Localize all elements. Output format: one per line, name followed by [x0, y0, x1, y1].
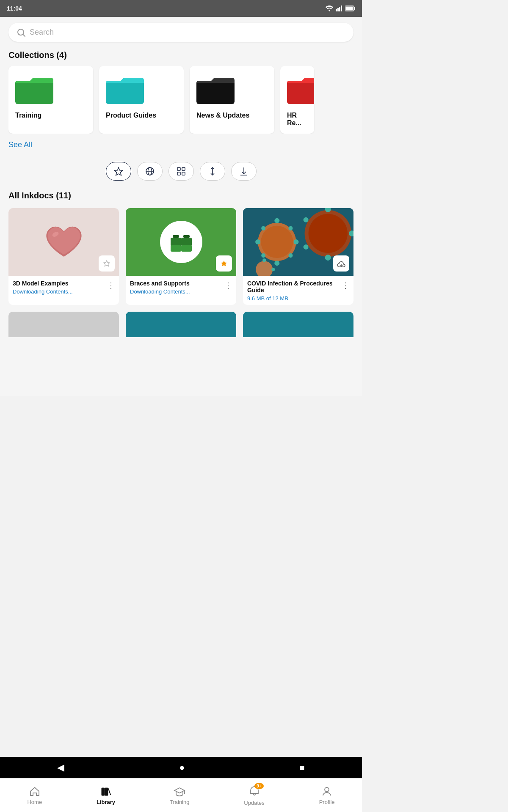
download-icon: [239, 167, 248, 176]
inkdoc-progress-covid: 9.6 MB of 12 MB: [247, 295, 340, 302]
signal-icon: [336, 5, 342, 11]
star-badge-icon: [103, 260, 110, 267]
inkdocs-title: All Inkdocs (11): [8, 191, 353, 200]
filter-download[interactable]: [231, 162, 257, 181]
inkdoc-status-3d: Downloading Contents...: [13, 288, 105, 295]
cloud-download-icon: [337, 260, 346, 267]
battery-icon: [345, 5, 355, 11]
collection-card-hr[interactable]: HR Re...: [280, 66, 314, 134]
svg-point-49: [309, 214, 348, 253]
star-filled-icon: [220, 260, 228, 267]
svg-point-43: [255, 239, 260, 244]
svg-rect-24: [182, 172, 185, 175]
svg-rect-2: [339, 7, 340, 11]
collection-name-product-guides: Product Guides: [106, 112, 177, 119]
inkdocs-grid: 3D Model Examples Downloading Contents..…: [8, 208, 353, 337]
inkdoc-thumb-row2-2: [126, 312, 236, 337]
svg-point-56: [262, 258, 266, 262]
main-content: Search Collections (4) Training Product …: [0, 17, 362, 396]
collections-title: Collections (4): [8, 50, 353, 60]
svg-point-45: [288, 253, 293, 258]
inkdoc-card-row2-3[interactable]: [243, 312, 353, 337]
inkdoc-status-braces: Downloading Contents...: [130, 288, 223, 295]
sort-icon: [208, 167, 217, 176]
grid-icon: [177, 167, 186, 176]
status-bar: 11:04: [0, 0, 362, 17]
svg-rect-30: [171, 238, 181, 246]
svg-point-47: [261, 253, 265, 258]
status-icons: [326, 5, 355, 11]
svg-rect-5: [354, 7, 355, 10]
folder-icon-hr: [287, 74, 314, 104]
svg-rect-33: [181, 245, 192, 252]
svg-marker-17: [114, 167, 122, 176]
search-bar[interactable]: Search: [8, 23, 353, 42]
svg-rect-34: [173, 235, 179, 238]
svg-line-8: [23, 34, 25, 36]
svg-point-40: [274, 218, 279, 223]
svg-rect-22: [182, 167, 185, 170]
inkdoc-badge-3d[interactable]: [99, 255, 115, 272]
collection-name-hr: HR Re...: [287, 112, 307, 127]
search-placeholder: Search: [30, 28, 54, 37]
folder-icon-product-guides: [106, 74, 144, 104]
svg-rect-23: [177, 172, 180, 175]
collection-name-news: News & Updates: [196, 112, 268, 119]
svg-rect-21: [177, 167, 180, 170]
inkdoc-badge-braces[interactable]: [216, 255, 232, 272]
collection-card-product-guides[interactable]: Product Guides: [99, 66, 184, 134]
svg-point-52: [325, 255, 331, 261]
inkdoc-thumb-row2-1: [8, 312, 119, 337]
svg-rect-12: [106, 83, 144, 102]
inkdoc-card-covid[interactable]: COVID Infection & Procedures Guide 9.6 M…: [243, 208, 353, 305]
more-menu-braces[interactable]: ⋮: [223, 281, 232, 290]
collection-card-training[interactable]: Training: [8, 66, 93, 134]
svg-rect-16: [287, 83, 314, 102]
inkdoc-thumb-3d: [8, 208, 119, 276]
folder-icon-training: [15, 74, 53, 104]
filter-row: [8, 162, 353, 181]
inkdoc-card-row2-1[interactable]: [8, 312, 119, 337]
see-all-link[interactable]: See All: [8, 140, 32, 149]
inkdoc-badge-covid[interactable]: [333, 255, 349, 272]
inkdoc-info-covid: COVID Infection & Procedures Guide 9.6 M…: [243, 276, 353, 305]
collection-card-news[interactable]: News & Updates: [190, 66, 274, 134]
inkdoc-card-braces[interactable]: Braces and Supports Downloading Contents…: [126, 208, 236, 305]
collections-row: Training Product Guides News & Updates: [8, 66, 353, 134]
braces-icon: [168, 229, 194, 255]
inkdoc-name-covid: COVID Infection & Procedures Guide: [247, 280, 340, 294]
svg-rect-0: [336, 9, 337, 11]
search-icon: [17, 28, 25, 37]
inkdoc-card-row2-2[interactable]: [126, 312, 236, 337]
svg-marker-36: [221, 261, 227, 266]
svg-marker-29: [104, 261, 110, 266]
more-menu-covid[interactable]: ⋮: [340, 281, 349, 290]
svg-point-39: [261, 226, 293, 258]
inkdoc-name-braces: Braces and Supports: [130, 280, 223, 287]
svg-point-46: [261, 226, 265, 230]
inkdoc-thumb-row2-3: [243, 312, 353, 337]
filter-favorites[interactable]: [106, 162, 131, 181]
svg-rect-14: [196, 83, 235, 102]
svg-point-57: [271, 268, 275, 271]
svg-rect-10: [15, 83, 53, 102]
inkdoc-info-3d: 3D Model Examples Downloading Contents..…: [8, 276, 119, 298]
collection-name-training: Training: [15, 112, 86, 119]
inkdoc-info-braces: Braces and Supports Downloading Contents…: [126, 276, 236, 298]
inkdoc-thumb-braces: [126, 208, 236, 276]
filter-sort[interactable]: [200, 162, 225, 181]
svg-rect-3: [341, 5, 342, 11]
folder-icon-news: [196, 74, 235, 104]
wifi-icon: [326, 5, 333, 11]
svg-point-53: [304, 217, 309, 222]
more-menu-3d[interactable]: ⋮: [105, 281, 115, 290]
svg-point-41: [293, 239, 298, 244]
heart-svg: [39, 217, 89, 267]
inkdoc-card-3d[interactable]: 3D Model Examples Downloading Contents..…: [8, 208, 119, 305]
inkdoc-name-3d: 3D Model Examples: [13, 280, 105, 287]
filter-globe[interactable]: [137, 162, 163, 181]
inkdoc-thumb-covid: [243, 208, 353, 276]
svg-rect-35: [183, 235, 190, 238]
filter-grid[interactable]: [168, 162, 194, 181]
svg-rect-32: [171, 245, 181, 252]
